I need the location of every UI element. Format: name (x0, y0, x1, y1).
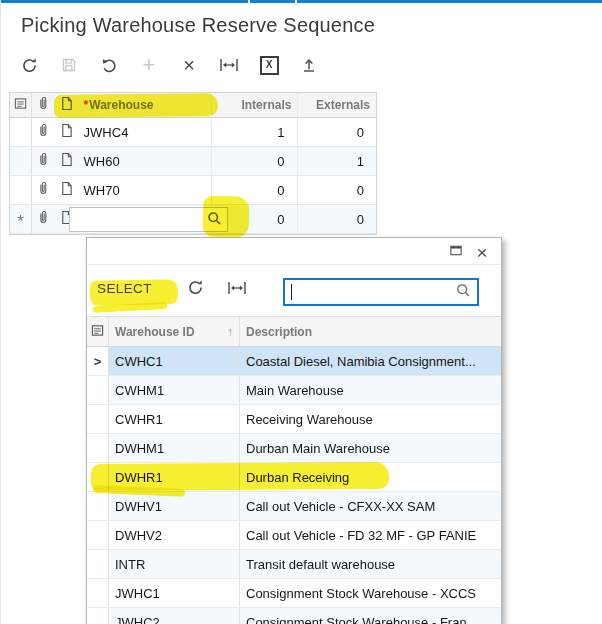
table-row[interactable]: DWHM1 Durban Main Warehouse (87, 434, 501, 463)
row-selector-cell (87, 492, 109, 520)
table-row[interactable]: CWHM1 Main Warehouse (87, 376, 501, 405)
paperclip-icon (37, 210, 48, 228)
externals-cell[interactable]: 0 (297, 176, 376, 204)
warehouse-lookup-input[interactable] (69, 207, 228, 232)
row-selector-cell (87, 608, 109, 624)
warehouse-id-column-header[interactable]: Warehouse ID ↑ (109, 317, 239, 346)
description-cell[interactable]: Call out Vehicle - CFXX-XX SAM (239, 492, 501, 520)
activities-column-header[interactable] (54, 96, 79, 114)
refresh-button[interactable] (17, 52, 41, 78)
row-selector-cell[interactable] (10, 147, 32, 175)
row-selector-cell[interactable] (10, 118, 32, 146)
table-row[interactable]: JWHC1 Consignment Stock Warehouse - XCCS (87, 579, 501, 608)
files-cell[interactable] (32, 123, 54, 141)
externals-cell[interactable]: 0 (297, 205, 376, 233)
table-row[interactable]: JWHC2 Consignment Stock Warehouse - Fran (87, 608, 501, 624)
warehouse-cell[interactable]: WH70 (79, 183, 211, 198)
externals-column-header[interactable]: Externals (297, 93, 376, 117)
row-selector-cell (87, 463, 109, 491)
maximize-button[interactable] (447, 243, 465, 261)
close-button[interactable]: × (473, 243, 491, 261)
upload-button[interactable] (297, 52, 321, 78)
table-row[interactable]: CWHR1 Receiving Warehouse (87, 405, 501, 434)
table-row[interactable]: JWHC4 1 0 (10, 118, 376, 147)
warehouse-id-cell[interactable]: CWHC1 (109, 347, 239, 375)
main-toolbar: + × X (17, 52, 337, 78)
warehouse-id-cell[interactable]: JWHC2 (109, 608, 239, 624)
description-cell[interactable]: Call out Vehicle - FD 32 MF - GP FANIE (239, 521, 501, 549)
activities-cell[interactable] (54, 123, 79, 141)
table-row[interactable]: WH60 0 1 (10, 147, 376, 176)
undo-button[interactable] (97, 52, 121, 78)
undo-icon (101, 57, 118, 74)
description-cell[interactable]: Main Warehouse (239, 376, 501, 404)
search-icon[interactable] (456, 283, 471, 302)
paperclip-icon (37, 152, 48, 170)
warehouse-id-cell[interactable]: DWHR1 (109, 463, 239, 491)
notes-icon (91, 324, 104, 340)
warehouse-id-cell[interactable]: DWHV1 (109, 492, 239, 520)
document-icon (60, 96, 73, 114)
description-cell[interactable]: Receiving Warehouse (239, 405, 501, 433)
table-row-highlighted[interactable]: DWHR1 Durban Receiving (87, 463, 501, 492)
table-row[interactable]: DWHV2 Call out Vehicle - FD 32 MF - GP F… (87, 521, 501, 550)
required-mark: * (84, 98, 89, 112)
table-row[interactable]: DWHV1 Call out Vehicle - CFXX-XX SAM (87, 492, 501, 521)
warehouse-id-cell[interactable]: CWHR1 (109, 405, 239, 433)
row-selector-cell (87, 405, 109, 433)
warehouse-cell[interactable]: WH60 (79, 154, 211, 169)
maximize-icon (449, 243, 463, 261)
internals-cell[interactable]: 0 (211, 147, 298, 175)
export-excel-button[interactable]: X (257, 52, 281, 78)
activities-cell[interactable] (54, 152, 79, 170)
fit-width-button[interactable] (217, 52, 241, 78)
document-icon (60, 123, 73, 141)
table-row[interactable]: WH70 0 0 (10, 176, 376, 205)
page-title: Picking Warehouse Reserve Sequence (21, 14, 375, 37)
row-selector-cell (87, 521, 109, 549)
row-selector-cell[interactable] (10, 176, 32, 204)
dialog-toolbar: SELECT (87, 265, 501, 316)
internals-cell[interactable]: 1 (211, 118, 298, 146)
warehouse-column-header[interactable]: *Warehouse (79, 98, 211, 112)
internals-column-header[interactable]: Internals (211, 93, 298, 117)
files-cell[interactable] (32, 210, 54, 228)
description-cell[interactable]: Consignment Stock Warehouse - Fran (239, 608, 501, 624)
description-column-header[interactable]: Description (239, 317, 501, 346)
warehouse-id-header-label: Warehouse ID (115, 325, 195, 339)
warehouse-id-cell[interactable]: DWHV2 (109, 521, 239, 549)
new-row[interactable]: * 0 0 (10, 205, 376, 234)
magnifier-icon[interactable] (207, 211, 222, 229)
dialog-fit-width-button[interactable] (228, 281, 246, 299)
warehouse-id-cell[interactable]: CWHM1 (109, 376, 239, 404)
description-cell[interactable]: Durban Receiving (239, 463, 501, 491)
warehouse-id-cell[interactable]: JWHC1 (109, 579, 239, 607)
warehouse-id-cell[interactable]: INTR (109, 550, 239, 578)
description-cell[interactable]: Transit default warehouse (239, 550, 501, 578)
refresh-icon (187, 282, 204, 299)
activities-cell[interactable] (54, 181, 79, 199)
internals-cell[interactable]: 0 (211, 176, 298, 204)
externals-cell[interactable]: 1 (297, 147, 376, 175)
notes-column-header[interactable] (87, 317, 109, 346)
externals-cell[interactable]: 0 (297, 118, 376, 146)
files-column-header[interactable] (32, 96, 54, 114)
warehouse-id-cell[interactable]: DWHM1 (109, 434, 239, 462)
warehouse-cell[interactable]: JWHC4 (79, 125, 211, 140)
notes-icon (14, 97, 27, 113)
files-cell[interactable] (32, 152, 54, 170)
table-row[interactable]: INTR Transit default warehouse (87, 550, 501, 579)
description-cell[interactable]: Consignment Stock Warehouse - XCCS (239, 579, 501, 607)
delete-row-button[interactable]: × (177, 52, 201, 78)
description-cell[interactable]: Durban Main Warehouse (239, 434, 501, 462)
select-button[interactable]: SELECT (97, 281, 152, 296)
dialog-search-input[interactable] (283, 278, 479, 306)
table-row[interactable]: > CWHC1 Coastal Diesel, Namibia Consignm… (87, 347, 501, 376)
lookup-grid-header: Warehouse ID ↑ Description (87, 316, 501, 347)
notes-column-header[interactable] (10, 93, 32, 117)
files-cell[interactable] (32, 181, 54, 199)
dialog-refresh-button[interactable] (187, 279, 204, 300)
description-cell[interactable]: Coastal Diesel, Namibia Consignment... (239, 347, 501, 375)
close-icon: × (476, 243, 487, 262)
fit-width-icon (220, 58, 238, 72)
